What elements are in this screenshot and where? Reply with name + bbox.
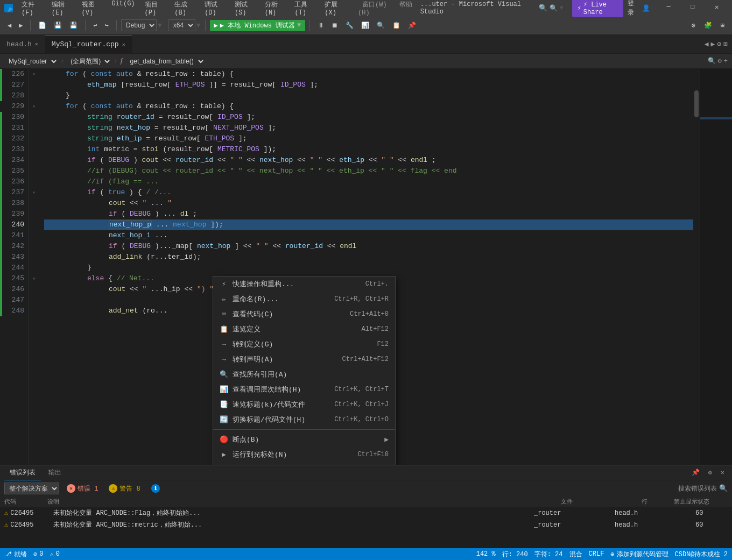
save-all-button[interactable]: 💾 <box>66 20 81 31</box>
scope-expand-icon[interactable]: + <box>724 58 728 65</box>
file-scope-select[interactable]: MySql_router <box>4 56 58 67</box>
ctx-toggle-header[interactable]: 🔄 切换标题/代码文件(H) Ctrl+K, Ctrl+O <box>213 412 395 427</box>
tab-head-h-close[interactable]: ✕ <box>35 41 38 47</box>
code-line-241[interactable]: next_hop_i ... <box>44 230 693 241</box>
code-line-240[interactable]: next_hop_p ... next_hop ]); <box>44 219 693 230</box>
code-line-244[interactable]: } <box>44 263 693 273</box>
warning-status[interactable]: ⚠ 0 <box>50 550 59 558</box>
debug-tool-4[interactable]: 📊 <box>358 20 372 31</box>
code-line-228[interactable]: } <box>44 90 693 101</box>
col-status[interactable]: 字符: 24 <box>534 550 563 559</box>
menu-analyze[interactable]: 分析(N) <box>261 0 290 18</box>
run-button[interactable]: ▶ ▶ 本地 Windows 调试器 ▼ <box>210 20 306 31</box>
ctx-run-to-cursor[interactable]: ▶ 运行到光标处(N) Ctrl+F10 <box>213 447 395 462</box>
fold-245[interactable]: ▾ <box>29 273 39 284</box>
tab-settings-icon[interactable]: ⚙ <box>717 40 721 48</box>
code-line-232[interactable]: string eth_ip = result_row[ ETH_POS ]; <box>44 133 693 144</box>
ctx-goto-def[interactable]: → 转到定义(G) F12 <box>213 337 395 352</box>
debug-tool-5[interactable]: 🔍 <box>374 20 388 31</box>
tab-scroll-right[interactable]: ▶ <box>711 40 715 48</box>
encoding-status[interactable]: 混合 <box>569 550 582 559</box>
save-button[interactable]: 💾 <box>51 20 65 31</box>
tab-head-h[interactable]: head.h ✕ <box>0 35 45 54</box>
ctx-breakpoint[interactable]: 🔴 断点(B) ▶ <box>213 432 395 447</box>
menu-file[interactable]: 文件(F) <box>17 0 46 18</box>
new-file-button[interactable]: 📄 <box>35 20 50 31</box>
settings-button[interactable]: ⚙ <box>688 20 699 31</box>
editor-area[interactable]: 226 227 228 229 230 231 232 233 234 235 … <box>0 69 732 465</box>
nav-forward-button[interactable]: ▶ <box>16 20 26 31</box>
panel-settings-icon[interactable]: ⚙ <box>705 467 715 478</box>
menu-view[interactable]: 视图(V) <box>78 0 107 18</box>
csdn-link[interactable]: CSDN@待木成柱 2 <box>675 550 728 559</box>
error-row-1[interactable]: ⚠ C26495 未初始化变量 ARC_NODE::Flag，始终初始始... … <box>0 507 732 519</box>
code-line-237[interactable]: if ( true ) { / /... <box>44 187 693 198</box>
code-line-235[interactable]: //if (DEBUG) cout << router_id << " " <<… <box>44 166 693 176</box>
tab-scroll-left[interactable]: ◀ <box>705 40 709 48</box>
maximize-button[interactable]: □ <box>681 0 703 15</box>
zoom-status[interactable]: 142 % <box>476 550 496 558</box>
code-line-239[interactable]: if ( DEBUG ) ... dl ; <box>44 209 693 219</box>
eol-status[interactable]: CRLF <box>589 550 604 558</box>
ctx-rename[interactable]: ✏️ 重命名(R)... Ctrl+R, Ctrl+R <box>213 292 395 307</box>
editor-scrollbar[interactable] <box>693 69 700 465</box>
menu-extensions[interactable]: 扩展(X) <box>320 0 349 18</box>
code-line-231[interactable]: string next_hop = result_row[ NEXT_HOP_P… <box>44 123 693 133</box>
split-editor-icon[interactable]: ⊞ <box>723 40 728 48</box>
tab-mysql-router[interactable]: MySql_router.cpp ✕ <box>45 35 132 54</box>
code-line-226[interactable]: for ( const auto & result_row : table) { <box>44 69 693 80</box>
undo-button[interactable]: ↩ <box>90 20 100 31</box>
panel-close-icon[interactable]: ✕ <box>717 467 728 478</box>
extensions-button[interactable]: 🧩 <box>701 20 715 31</box>
ctx-find-refs[interactable]: 🔍 查找所有引用(A) <box>213 367 395 382</box>
close-button[interactable]: ✕ <box>706 0 728 15</box>
panel-tab-output[interactable]: 输出 <box>43 465 67 480</box>
ctx-peek-header[interactable]: 📑 速览标题(k)/代码文件 Ctrl+K, Ctrl+J <box>213 397 395 412</box>
menu-git[interactable]: Git(G) <box>107 0 139 18</box>
fold-229[interactable]: ▾ <box>29 101 39 112</box>
tab-mysql-router-close[interactable]: ✕ <box>122 41 125 48</box>
menu-edit[interactable]: 编辑(E) <box>47 0 76 18</box>
nav-back-button[interactable]: ◀ <box>4 20 15 31</box>
menu-build[interactable]: 生成(B) <box>170 0 199 18</box>
ctx-call-hierarchy[interactable]: 📊 查看调用层次结构(H) Ctrl+K, Ctrl+T <box>213 382 395 397</box>
debug-tool-1[interactable]: ⏸ <box>314 20 327 31</box>
top-search-bar[interactable]: 🔍 🔍 ▼ <box>534 3 568 13</box>
ctx-peek-code[interactable]: ⌨ 查看代码(C) Ctrl+Alt+0 <box>213 307 395 322</box>
login-button[interactable]: 登录 <box>628 0 638 17</box>
debug-tool-2[interactable]: ⏹ <box>328 20 341 31</box>
panel-pin-icon[interactable]: 📌 <box>688 467 703 478</box>
redo-button[interactable]: ↪ <box>102 20 112 31</box>
minimize-button[interactable]: ─ <box>658 0 680 15</box>
panel-tab-errors[interactable]: 错误列表 <box>4 465 41 480</box>
error-count-badge[interactable]: ✕ 错误 1 <box>64 483 101 494</box>
menu-tools[interactable]: 工具(T) <box>290 0 319 18</box>
global-scope-select[interactable]: (全局范围) <box>66 56 111 67</box>
scrollbar-thumb[interactable] <box>694 90 699 117</box>
code-line-234[interactable]: if ( DEBUG ) cout << router_id << " " <<… <box>44 155 693 166</box>
code-line-230[interactable]: string router_id = result_row[ ID_POS ]; <box>44 112 693 123</box>
debug-tool-3[interactable]: 🔧 <box>342 20 357 31</box>
function-scope-select[interactable]: get_data_from_table() <box>126 56 205 67</box>
live-share-button[interactable]: ⚡ ⚡ Live Share <box>572 0 624 17</box>
code-line-229[interactable]: for ( const auto & result_row : table) { <box>44 101 693 112</box>
ctx-peek-def[interactable]: 📋 速览定义 Alt+F12 <box>213 322 395 337</box>
ctx-force-run[interactable]: ▶ 强制运行到光标(O) <box>213 462 395 465</box>
panel-button[interactable]: ⊞ <box>717 20 728 31</box>
menu-test[interactable]: 测试(S) <box>230 0 259 18</box>
ctx-goto-decl[interactable]: → 转到声明(A) Ctrl+Alt+F12 <box>213 352 395 367</box>
error-search-icon[interactable]: 🔍 <box>719 484 728 493</box>
code-line-227[interactable]: eth_map [result_row[ ETH_POS ]] = result… <box>44 80 693 90</box>
warning-count-badge[interactable]: ⚠ 警告 8 <box>105 483 143 494</box>
code-line-233[interactable]: int metric = stoi (result_row[ METRIC_PO… <box>44 144 693 155</box>
debug-config-select[interactable]: Debug <box>121 19 157 31</box>
scope-search-icon[interactable]: 🔍 <box>708 57 716 65</box>
code-line-238[interactable]: cout << " ... " <box>44 198 693 209</box>
add-source-control[interactable]: ⊕ 添加到源代码管理 <box>610 550 668 559</box>
line-status[interactable]: 行: 240 <box>502 550 528 559</box>
platform-select[interactable]: x64 <box>168 19 195 31</box>
ctx-quick-actions[interactable]: ⚡ 快速操作和重构... Ctrl+. <box>213 277 395 292</box>
fold-237[interactable]: ▾ <box>29 187 39 198</box>
code-line-236[interactable]: //if (flag == ... <box>44 176 693 187</box>
debug-tool-6[interactable]: 📋 <box>389 20 404 31</box>
